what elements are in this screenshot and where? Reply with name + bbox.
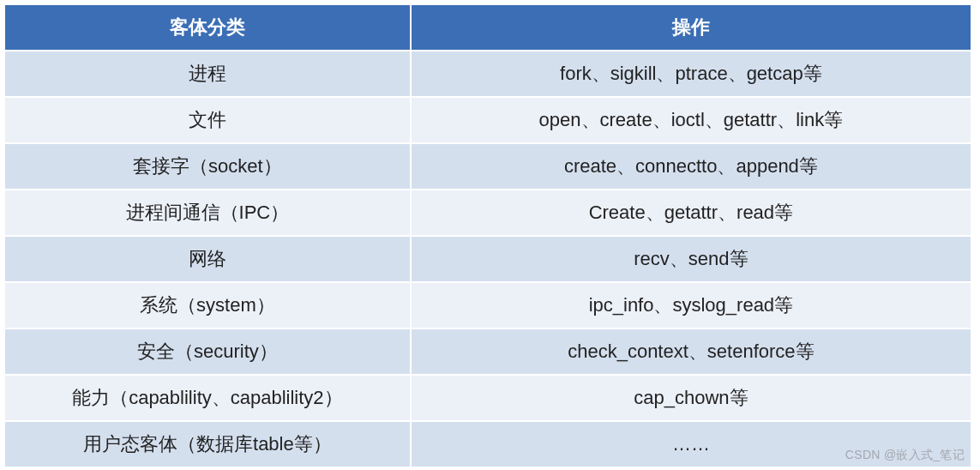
table-row: 套接字（socket） create、connectto、append等 [4,143,971,190]
cell-category: 文件 [4,97,411,143]
cell-category: 安全（security） [4,328,411,375]
table-row: 进程 fork、sigkill、ptrace、getcap等 [4,51,971,97]
header-category: 客体分类 [4,4,411,51]
cell-operations: fork、sigkill、ptrace、getcap等 [411,51,971,97]
cell-operations: check_context、setenforce等 [411,328,971,375]
cell-operations: create、connectto、append等 [411,143,971,190]
cell-category: 进程 [4,51,411,97]
table-row: 系统（system） ipc_info、syslog_read等 [4,282,971,328]
cell-category: 套接字（socket） [4,143,411,190]
cell-category: 网络 [4,236,411,282]
table-row: 进程间通信（IPC） Create、getattr、read等 [4,190,971,236]
cell-operations: Create、getattr、read等 [411,190,971,236]
cell-category: 能力（capablility、capablility2） [4,375,411,421]
watermark-text: CSDN @嵌入式_笔记 [845,448,965,463]
table-row: 文件 open、create、ioctl、getattr、link等 [4,97,971,143]
table-row: 能力（capablility、capablility2） cap_chown等 [4,375,971,421]
object-classification-table: 客体分类 操作 进程 fork、sigkill、ptrace、getcap等 文… [3,3,972,468]
table-row: 用户态客体（数据库table等） …… [4,421,971,467]
cell-category: 进程间通信（IPC） [4,190,411,236]
cell-operations: recv、send等 [411,236,971,282]
cell-operations: cap_chown等 [411,375,971,421]
table-row: 安全（security） check_context、setenforce等 [4,328,971,375]
cell-operations: ipc_info、syslog_read等 [411,282,971,328]
table-header-row: 客体分类 操作 [4,4,971,51]
cell-category: 用户态客体（数据库table等） [4,421,411,467]
table-row: 网络 recv、send等 [4,236,971,282]
cell-category: 系统（system） [4,282,411,328]
cell-operations: open、create、ioctl、getattr、link等 [411,97,971,143]
header-operations: 操作 [411,4,971,51]
